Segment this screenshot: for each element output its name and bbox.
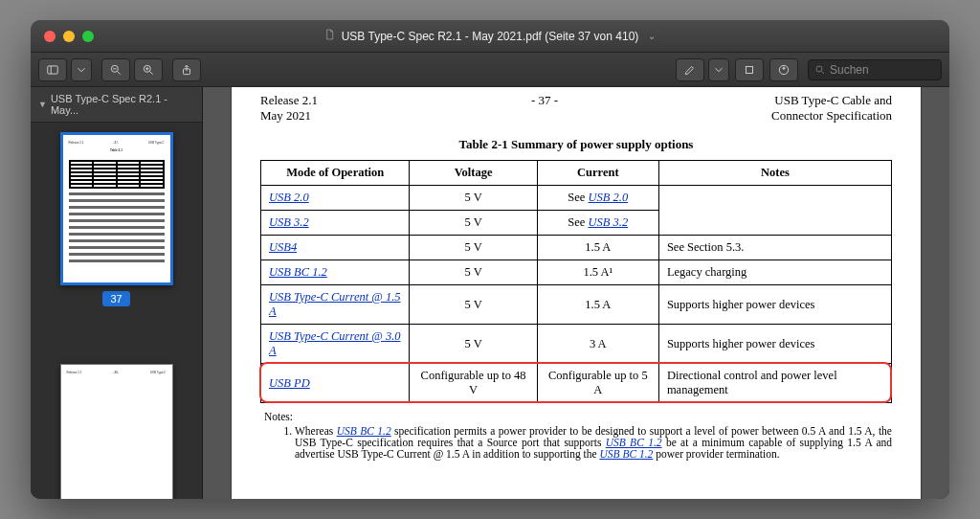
mode-link[interactable]: USB PD bbox=[269, 376, 310, 390]
table-row: USB Type-C Current @ 3.0 A 5 V 3 A Suppo… bbox=[261, 325, 892, 364]
svg-line-6 bbox=[150, 71, 153, 74]
header-title1: USB Type-C Cable and bbox=[771, 93, 892, 108]
table-row: USB Type-C Current @ 1.5 A 5 V 1.5 A Sup… bbox=[261, 285, 892, 325]
document-icon bbox=[324, 29, 336, 43]
footnote-link[interactable]: USB BC 1.2 bbox=[337, 425, 391, 437]
mode-link[interactable]: USB 3.2 bbox=[269, 215, 309, 229]
annotate-chevron[interactable] bbox=[708, 58, 729, 81]
cell-voltage: 5 V bbox=[410, 325, 537, 364]
sidebar-mode-chevron[interactable] bbox=[71, 58, 92, 81]
page-thumbnail-next[interactable]: Release 2.1-38-USB Type-C bbox=[60, 364, 173, 499]
table-row: USB4 5 V 1.5 A See Section 5.3. bbox=[261, 236, 892, 260]
body: ▼ USB Type-C Spec R2.1 - May... Release … bbox=[31, 87, 949, 499]
cell-notes bbox=[658, 186, 891, 236]
svg-rect-0 bbox=[48, 65, 58, 73]
thumbnail-item[interactable]: Release 2.1-37-USB Type-C Table 2-1 bbox=[31, 132, 202, 306]
cell-current: 1.5 A¹ bbox=[537, 260, 658, 285]
cell-current: See USB 2.0 bbox=[537, 186, 658, 211]
current-link[interactable]: USB 3.2 bbox=[589, 215, 629, 229]
table-row: USB PD Configurable up to 48 V Configura… bbox=[261, 364, 892, 403]
table-header-row: Mode of Operation Voltage Current Notes bbox=[261, 161, 892, 186]
svg-line-16 bbox=[822, 71, 825, 74]
footnote-item: Whereas USB BC 1.2 specification permits… bbox=[295, 425, 892, 460]
current-link[interactable]: USB 2.0 bbox=[589, 191, 629, 204]
header-release: Release 2.1 bbox=[260, 93, 318, 108]
toolbar: Suchen bbox=[31, 53, 949, 87]
col-notes: Notes bbox=[658, 161, 891, 186]
mode-link[interactable]: USB Type-C Current @ 1.5 A bbox=[269, 290, 401, 318]
svg-point-15 bbox=[816, 66, 822, 72]
mode-link[interactable]: USB 2.0 bbox=[269, 191, 309, 204]
table-row: USB BC 1.2 5 V 1.5 A¹ Legacy charging bbox=[261, 260, 892, 285]
cell-voltage: Configurable up to 48 V bbox=[410, 364, 537, 403]
header-title2: Connector Specification bbox=[771, 108, 892, 124]
traffic-lights bbox=[31, 31, 94, 42]
zoom-in-button[interactable] bbox=[134, 58, 163, 81]
cell-voltage: 5 V bbox=[410, 211, 537, 236]
cell-voltage: 5 V bbox=[410, 236, 537, 260]
close-button[interactable] bbox=[44, 31, 56, 42]
thumbnail-item[interactable]: Release 2.1-38-USB Type-C bbox=[31, 364, 202, 499]
preview-window: USB Type-C Spec R2.1 - May 2021.pdf (Sei… bbox=[31, 20, 949, 499]
table-caption: Table 2-1 Summary of power supply option… bbox=[260, 137, 892, 152]
thumbnail-list[interactable]: Release 2.1-37-USB Type-C Table 2-1 bbox=[31, 123, 202, 499]
col-mode: Mode of Operation bbox=[261, 161, 410, 186]
header-date: May 2021 bbox=[260, 108, 318, 124]
cell-current: See USB 3.2 bbox=[537, 211, 658, 236]
cell-current: 1.5 A bbox=[537, 236, 658, 260]
footnote-link[interactable]: USB BC 1.2 bbox=[606, 437, 662, 448]
thumbnail-sidebar: ▼ USB Type-C Spec R2.1 - May... Release … bbox=[31, 87, 203, 499]
info-button[interactable] bbox=[769, 58, 798, 81]
cell-notes: See Section 5.3. bbox=[658, 236, 891, 260]
search-placeholder: Suchen bbox=[830, 63, 869, 77]
chevron-down-icon[interactable]: ⌄ bbox=[648, 31, 656, 41]
cell-notes: Legacy charging bbox=[658, 260, 891, 285]
search-field[interactable]: Suchen bbox=[808, 59, 942, 80]
mode-link[interactable]: USB Type-C Current @ 3.0 A bbox=[269, 329, 401, 357]
sidebar-title: USB Type-C Spec R2.1 - May... bbox=[51, 93, 194, 116]
page-canvas: Release 2.1 May 2021 - 37 - USB Type-C C… bbox=[232, 87, 921, 499]
disclosure-triangle-icon[interactable]: ▼ bbox=[38, 100, 47, 109]
titlebar: USB Type-C Spec R2.1 - May 2021.pdf (Sei… bbox=[31, 20, 949, 53]
table-row: USB 2.0 5 V See USB 2.0 bbox=[261, 186, 892, 211]
window-title-text: USB Type-C Spec R2.1 - May 2021.pdf (Sei… bbox=[342, 30, 639, 43]
mode-link[interactable]: USB BC 1.2 bbox=[269, 265, 327, 279]
sidebar-toggle-button[interactable] bbox=[38, 58, 67, 81]
cell-voltage: 5 V bbox=[410, 285, 537, 325]
cell-current: 3 A bbox=[537, 325, 658, 364]
page-viewport[interactable]: Release 2.1 May 2021 - 37 - USB Type-C C… bbox=[203, 87, 949, 499]
search-icon bbox=[814, 64, 826, 76]
table-wrapper: Mode of Operation Voltage Current Notes … bbox=[260, 160, 892, 403]
page-running-header: Release 2.1 May 2021 - 37 - USB Type-C C… bbox=[260, 87, 892, 124]
zoom-out-button[interactable] bbox=[101, 58, 130, 81]
power-supply-table: Mode of Operation Voltage Current Notes … bbox=[260, 160, 892, 403]
cell-voltage: 5 V bbox=[410, 186, 537, 211]
maximize-button[interactable] bbox=[82, 31, 94, 42]
minimize-button[interactable] bbox=[63, 31, 75, 42]
cell-voltage: 5 V bbox=[410, 260, 537, 285]
header-pagenum: - 37 - bbox=[531, 93, 558, 124]
page-number-badge: 37 bbox=[102, 291, 129, 306]
svg-rect-11 bbox=[746, 66, 753, 73]
annotate-button[interactable] bbox=[676, 58, 704, 81]
footnote-link[interactable]: USB BC 1.2 bbox=[599, 448, 653, 460]
col-voltage: Voltage bbox=[410, 161, 537, 186]
window-title[interactable]: USB Type-C Spec R2.1 - May 2021.pdf (Sei… bbox=[324, 29, 657, 43]
cell-current: Configurable up to 5 A bbox=[537, 364, 658, 403]
footnotes-label: Notes: bbox=[264, 411, 892, 422]
cell-notes: Supports higher power devices bbox=[658, 325, 891, 364]
cell-notes: Directional control and power level mana… bbox=[658, 364, 891, 403]
sidebar-header[interactable]: ▼ USB Type-C Spec R2.1 - May... bbox=[31, 87, 202, 123]
mode-link[interactable]: USB4 bbox=[269, 240, 297, 254]
page-thumbnail-current[interactable]: Release 2.1-37-USB Type-C Table 2-1 bbox=[60, 132, 173, 285]
footnotes: Notes: Whereas USB BC 1.2 specification … bbox=[260, 411, 892, 460]
svg-line-3 bbox=[118, 71, 121, 74]
crop-button[interactable] bbox=[735, 58, 764, 81]
col-current: Current bbox=[537, 161, 658, 186]
share-button[interactable] bbox=[172, 58, 201, 81]
cell-current: 1.5 A bbox=[537, 285, 658, 325]
cell-notes: Supports higher power devices bbox=[658, 285, 891, 325]
